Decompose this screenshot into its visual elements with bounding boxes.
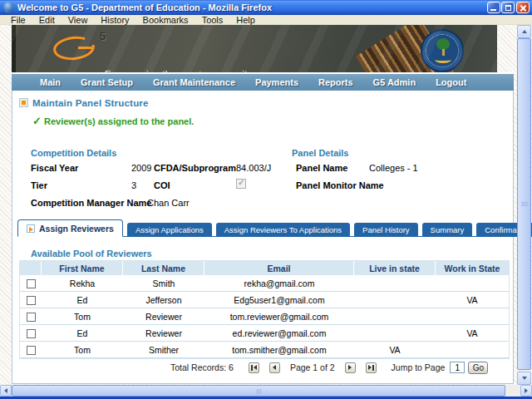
table-row: Ed Jefferson Edg5user1@gmail.com VA xyxy=(20,292,509,308)
cell-last-name: Smither xyxy=(123,342,204,358)
tab-summary[interactable]: Summary xyxy=(422,223,473,237)
cell-live-in-state xyxy=(354,275,436,292)
previous-page-icon xyxy=(273,365,276,370)
cell-last-name: Reviewer xyxy=(123,325,204,342)
menu-tools[interactable]: Tools xyxy=(195,15,230,25)
coi-checkbox xyxy=(236,179,246,189)
success-check-icon: ✓ xyxy=(32,115,42,127)
vertical-scrollbar[interactable] xyxy=(517,25,531,385)
cfda-value: 84.003/J xyxy=(236,163,271,173)
g5-banner: 5 Empowering the grant community. xyxy=(12,25,497,72)
panel-name-label: Panel Name xyxy=(296,163,347,173)
browser-window: Welcome to G5 - Department of Education … xyxy=(0,0,532,399)
menu-history[interactable]: History xyxy=(94,15,135,25)
row-checkbox[interactable] xyxy=(27,313,36,322)
row-checkbox[interactable] xyxy=(27,279,36,288)
last-page-icon xyxy=(368,365,372,370)
last-page-button[interactable] xyxy=(366,362,377,373)
table-header-row: First Name Last Name Email Live in state… xyxy=(20,261,509,275)
close-button[interactable] xyxy=(516,2,530,13)
panel-name-value: Colleges - 1 xyxy=(369,163,418,173)
cell-first-name: Ed xyxy=(42,325,123,342)
next-page-button[interactable] xyxy=(345,362,356,373)
cell-work-in-state xyxy=(436,308,509,325)
fiscal-year-value: 2009 xyxy=(131,163,151,173)
tab-panel-history[interactable]: Panel History xyxy=(354,223,418,237)
main-nav: Main Grant Setup Grant Maintenance Payme… xyxy=(12,72,514,91)
cell-live-in-state xyxy=(354,308,436,325)
row-checkbox[interactable] xyxy=(27,329,36,338)
cell-work-in-state: VA xyxy=(436,292,509,308)
nav-main[interactable]: Main xyxy=(30,77,71,87)
competition-manager-value: Chan Carr xyxy=(147,198,190,208)
table-row: Tom Smither tom.smither@gmail.com VA xyxy=(20,342,509,358)
menu-bookmarks[interactable]: Bookmarks xyxy=(136,15,195,25)
cell-live-in-state xyxy=(354,325,436,342)
previous-page-button[interactable] xyxy=(269,362,280,373)
cell-email: tom.smither@gmail.com xyxy=(204,342,354,358)
arrow-left-icon xyxy=(4,388,7,393)
tab-bar: Assign Reviewers Assign Applications Ass… xyxy=(17,219,532,237)
arrow-down-icon xyxy=(522,377,527,380)
total-records-label: Total Records: 6 xyxy=(170,362,234,372)
horizontal-scrollbar[interactable] xyxy=(0,385,532,397)
title-bar[interactable]: Welcome to G5 - Department of Education … xyxy=(0,0,532,15)
tab-assign-reviewers[interactable]: Assign Reviewers xyxy=(17,219,123,237)
header-work-in-state: Work in State xyxy=(436,261,509,275)
row-checkbox[interactable] xyxy=(27,346,36,355)
success-message: Reviewer(s) assigned to the panel. xyxy=(44,116,194,126)
nav-grant-setup[interactable]: Grant Setup xyxy=(71,77,143,87)
panel-monitor-label: Panel Monitor Name xyxy=(296,180,384,190)
header-live-in-state: Live in state xyxy=(354,261,436,275)
tier-value: 3 xyxy=(131,180,136,190)
menu-file[interactable]: File xyxy=(4,15,32,25)
nav-reports[interactable]: Reports xyxy=(308,77,363,87)
menu-view[interactable]: View xyxy=(62,15,95,25)
scroll-down-button[interactable] xyxy=(517,372,531,385)
scroll-left-button[interactable] xyxy=(0,385,12,397)
vertical-scroll-thumb[interactable] xyxy=(517,38,531,370)
minimize-button[interactable] xyxy=(487,2,500,13)
menu-help[interactable]: Help xyxy=(229,15,262,25)
cell-first-name: Tom xyxy=(42,308,123,325)
available-pool-heading: Available Pool of Reviewers xyxy=(31,249,152,259)
g5-logo-5: 5 xyxy=(100,30,106,42)
reviewers-table: First Name Last Name Email Live in state… xyxy=(19,260,510,359)
active-tab-icon xyxy=(27,224,35,233)
nav-payments[interactable]: Payments xyxy=(245,77,308,87)
arrow-up-icon xyxy=(522,30,527,33)
page-title-icon xyxy=(19,98,28,107)
table-row: Tom Reviewer tom.reviewer@gmail.com xyxy=(20,308,509,325)
table-row: Rekha Smith rekha@gmail.com xyxy=(20,275,509,292)
scroll-up-button[interactable] xyxy=(517,25,531,38)
coi-label: COI xyxy=(154,180,170,190)
table-row: Ed Reviewer ed.reviewer@gmail.com VA xyxy=(20,325,509,342)
page-title: Maintain Panel Structure xyxy=(32,98,149,108)
nav-grant-maintenance[interactable]: Grant Maintenance xyxy=(143,77,245,87)
horizontal-scroll-thumb[interactable] xyxy=(12,385,505,397)
nav-logout[interactable]: Logout xyxy=(426,77,476,87)
scroll-right-button[interactable] xyxy=(520,385,532,397)
go-button[interactable]: Go xyxy=(468,362,488,374)
row-checkbox[interactable] xyxy=(27,296,36,305)
jump-to-page-label: Jump to Page xyxy=(392,362,446,372)
nav-g5-admin[interactable]: G5 Admin xyxy=(363,77,426,87)
window-title: Welcome to G5 - Department of Education … xyxy=(17,2,272,12)
restore-button[interactable] xyxy=(501,2,515,13)
cell-live-in-state xyxy=(354,292,436,308)
menu-edit[interactable]: Edit xyxy=(32,15,62,25)
cell-last-name: Reviewer xyxy=(123,308,204,325)
first-page-button[interactable] xyxy=(249,362,259,373)
cell-live-in-state: VA xyxy=(354,342,436,358)
cell-email: tom.reviewer@gmail.com xyxy=(204,308,354,325)
cell-first-name: Rekha xyxy=(42,275,123,292)
header-select xyxy=(20,261,42,275)
header-first-name: First Name xyxy=(42,261,123,275)
first-page-icon xyxy=(254,365,257,370)
tab-assign-applications[interactable]: Assign Applications xyxy=(127,223,212,237)
arrow-right-icon xyxy=(525,388,528,393)
tab-assign-reviewers-to-applications[interactable]: Assign Reviewers To Applications xyxy=(216,223,350,237)
page-indicator: Page 1 of 2 xyxy=(290,362,335,372)
jump-to-page-input[interactable] xyxy=(450,362,465,373)
department-of-education-seal-icon xyxy=(421,29,464,72)
